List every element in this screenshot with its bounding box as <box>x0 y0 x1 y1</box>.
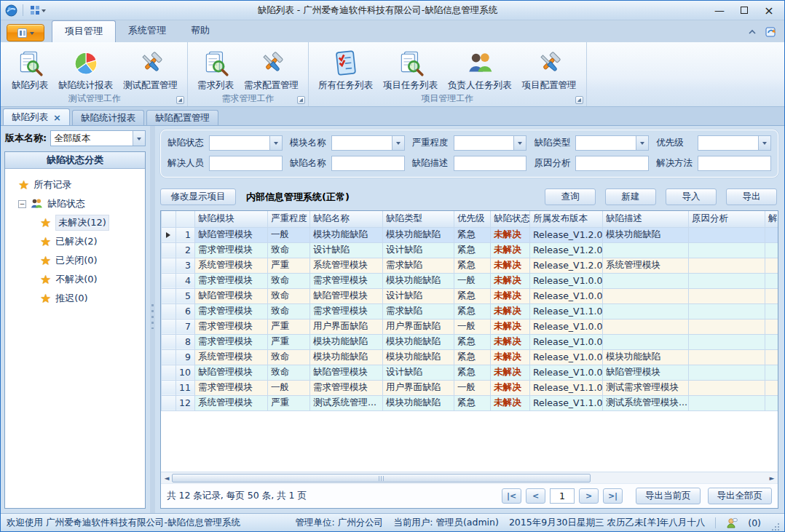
table-row[interactable]: 11需求管理模块一般需求管理模块用户界面缺陷一般未解决Release_V1.1.… <box>162 380 778 395</box>
table-row[interactable]: 12系统管理模块严重测试系统管理...模块功能缺陷紧急未解决Release_V1… <box>162 395 778 410</box>
tree-item-已解决(2)[interactable]: ★已解决(2) <box>9 232 143 251</box>
ribbon-button-需求配置管理[interactable]: 需求配置管理 <box>240 46 302 92</box>
version-select[interactable]: 全部版本 <box>50 130 146 146</box>
ribbon-button-缺陷统计报表[interactable]: 缺陷统计报表 <box>55 46 117 92</box>
resize-grip[interactable] <box>771 523 780 531</box>
table-row[interactable]: 10缺陷管理模块致命缺陷管理模块设计缺陷紧急未解决Release_V1.0.0缺… <box>162 365 778 380</box>
tree-item-缺陷状态[interactable]: −缺陷状态 <box>9 194 143 213</box>
table-row[interactable]: 3系统管理模块严重系统管理模块需求缺陷紧急未解决Release_V1.2.0系统… <box>162 258 778 273</box>
filter-严重程度-select[interactable] <box>454 135 527 151</box>
ribbon-button-测试配置管理[interactable]: 测试配置管理 <box>119 46 181 92</box>
dropdown-arrow-icon[interactable] <box>392 136 404 150</box>
app-menu-button[interactable] <box>7 24 44 41</box>
button-导出[interactable]: 导出 <box>726 188 777 205</box>
dialog-launcher-icon[interactable] <box>575 96 583 104</box>
row-indicator-cell <box>162 395 176 410</box>
messages-icon[interactable] <box>726 517 738 528</box>
scroll-right-icon[interactable]: ► <box>767 475 777 482</box>
filter-解决方法-input[interactable] <box>698 156 771 171</box>
modify-display-items-button[interactable]: 修改显示项目 <box>160 188 236 205</box>
last-page-button[interactable]: >| <box>603 488 623 504</box>
ribbon-button-需求列表[interactable]: 需求列表 <box>194 46 237 92</box>
filter-缺陷名称-input[interactable] <box>331 156 405 171</box>
app-logo-icon <box>5 4 17 17</box>
tree-expander-icon[interactable]: − <box>18 200 26 208</box>
ribbon-button-负责人任务列表[interactable]: 负责人任务列表 <box>444 46 516 92</box>
column-header-缺陷描述[interactable]: 缺陷描述 <box>603 211 689 227</box>
tree-item-不解决(0)[interactable]: ★不解决(0) <box>9 270 143 289</box>
table-row[interactable]: 4需求管理模块致命需求管理模块模块功能缺陷一般未解决Release_V1.0.0 <box>162 273 778 288</box>
doc-tab-缺陷统计报表[interactable]: 缺陷统计报表 <box>72 110 144 125</box>
doc-tab-缺陷配置管理[interactable]: 缺陷配置管理 <box>146 110 218 125</box>
dropdown-arrow-icon[interactable] <box>758 136 770 150</box>
cell-解决方法 <box>765 258 778 273</box>
column-header-缺陷名称[interactable]: 缺陷名称 <box>310 211 383 227</box>
tree-item-未解决(12)[interactable]: ★未解决(12) <box>9 213 143 232</box>
column-header-解决方法[interactable]: 解决方法 <box>765 211 778 227</box>
ribbon-button-项目任务列表[interactable]: 项目任务列表 <box>379 46 441 92</box>
horizontal-scrollbar[interactable]: ◄ ► <box>161 472 778 483</box>
collapse-ribbon-icon[interactable] <box>748 29 757 35</box>
table-row[interactable]: 2需求管理模块致命设计缺陷设计缺陷紧急未解决Release_V1.2.0 <box>162 242 778 258</box>
row-indicator-cell <box>162 380 176 395</box>
column-header-优先级[interactable]: 优先级 <box>454 211 491 227</box>
column-header-缺陷模块[interactable]: 缺陷模块 <box>195 211 268 227</box>
column-header-缺陷状态[interactable]: 缺陷状态 <box>491 211 530 227</box>
dialog-launcher-icon[interactable] <box>176 96 184 104</box>
export-all-pages-button[interactable]: 导出全部页 <box>708 488 773 504</box>
column-header-原因分析[interactable]: 原因分析 <box>689 211 765 227</box>
ribbon-tab-系统管理[interactable]: 系统管理 <box>116 20 178 42</box>
scroll-left-icon[interactable]: ◄ <box>162 475 172 482</box>
star-icon: ★ <box>40 274 51 286</box>
filter-模块名称-select[interactable] <box>331 135 405 151</box>
close-button[interactable]: × <box>757 2 781 18</box>
table-row[interactable]: 1缺陷管理模块一般模块功能缺陷模块功能缺陷紧急未解决Release_V1.2.0… <box>162 227 778 242</box>
filter-优先级-select[interactable] <box>698 135 771 151</box>
cell-原因分析 <box>689 334 765 349</box>
prev-page-button[interactable]: < <box>526 488 545 504</box>
table-row[interactable]: 7需求管理模块严重用户界面缺陷用户界面缺陷一般未解决Release_V1.0.0 <box>162 319 778 334</box>
ribbon-button-项目配置管理[interactable]: 项目配置管理 <box>518 46 580 92</box>
filter-缺陷类型-select[interactable] <box>575 135 649 151</box>
close-tab-icon[interactable]: × <box>53 113 61 122</box>
button-查询[interactable]: 查询 <box>545 188 596 205</box>
table-row[interactable]: 5缺陷管理模块致命缺陷管理模块设计缺陷紧急未解决Release_V1.0.0 <box>162 288 778 303</box>
ribbon-tab-帮助[interactable]: 帮助 <box>178 20 222 42</box>
dialog-launcher-icon[interactable] <box>297 96 305 104</box>
dropdown-arrow-icon[interactable] <box>636 136 648 150</box>
help-icon[interactable] <box>765 26 777 38</box>
ribbon-button-缺陷列表[interactable]: 缺陷列表 <box>8 46 52 92</box>
cell-解决方法 <box>765 365 778 380</box>
version-dropdown-arrow-icon[interactable] <box>133 131 145 146</box>
table-row[interactable]: 8需求管理模块严重模块功能缺陷模块功能缺陷紧急未解决Release_V1.0.0 <box>162 334 778 349</box>
filter-原因分析-input[interactable] <box>575 156 649 171</box>
doc-tab-缺陷列表[interactable]: 缺陷列表× <box>3 108 70 125</box>
qat-dropdown-arrow-icon[interactable] <box>42 9 46 15</box>
table-row[interactable]: 9系统管理模块致命模块功能缺陷模块功能缺陷紧急未解决Release_V1.0.0… <box>162 349 778 365</box>
ribbon-tab-项目管理[interactable]: 项目管理 <box>52 20 116 42</box>
tree-item-所有记录[interactable]: ★所有记录 <box>9 175 143 194</box>
maximize-button[interactable] <box>732 2 757 18</box>
quick-access-toolbar-icon[interactable] <box>28 5 48 16</box>
page-number-input[interactable]: 1 <box>550 488 575 504</box>
dropdown-arrow-icon[interactable] <box>269 136 282 150</box>
tree-item-推迟(0)[interactable]: ★推迟(0) <box>9 289 143 308</box>
column-header-所属发布版本[interactable]: 所属发布版本 <box>530 211 603 227</box>
column-header-缺陷类型[interactable]: 缺陷类型 <box>383 211 454 227</box>
filter-缺陷描述-input[interactable] <box>454 156 527 171</box>
next-page-button[interactable]: > <box>579 488 599 504</box>
dropdown-arrow-icon[interactable] <box>513 136 526 150</box>
tree-item-已关闭(0)[interactable]: ★已关闭(0) <box>9 251 143 270</box>
filter-解决人员-input[interactable] <box>209 156 283 171</box>
export-current-page-button[interactable]: 导出当前页 <box>636 488 701 504</box>
filter-缺陷状态-select[interactable] <box>209 135 283 151</box>
first-page-button[interactable]: |< <box>502 488 521 504</box>
button-新建[interactable]: 新建 <box>605 188 656 205</box>
minimize-button[interactable]: — <box>707 2 732 18</box>
scrollbar-thumb[interactable] <box>172 474 591 483</box>
ribbon-button-所有任务列表[interactable]: 所有任务列表 <box>315 46 376 92</box>
column-header-严重程度[interactable]: 严重程度 <box>268 211 310 227</box>
button-导入[interactable]: 导入 <box>666 188 717 205</box>
panel-splitter[interactable] <box>150 126 155 513</box>
table-row[interactable]: 6需求管理模块致命需求管理模块需求缺陷紧急未解决Release_V1.1.0 <box>162 303 778 319</box>
